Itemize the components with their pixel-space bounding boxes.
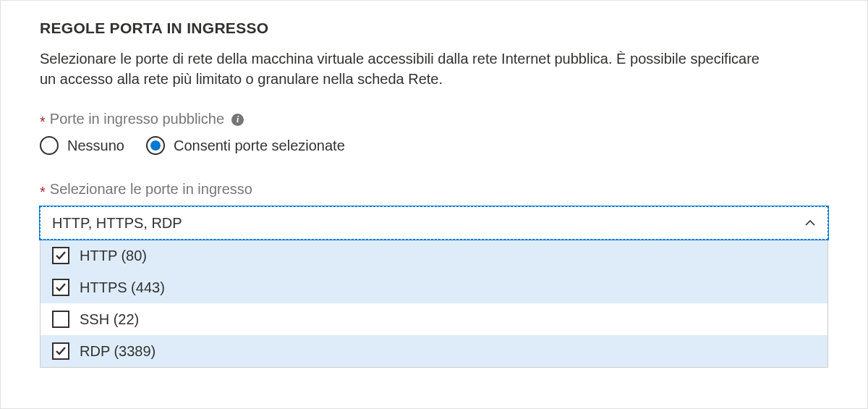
public-ports-radio-group: Nessuno Consenti porte selezionate [40, 136, 828, 155]
select-ports-label-row: * Selezionare le porte in ingresso [40, 181, 828, 198]
port-option-label: HTTPS (443) [80, 279, 165, 296]
radio-circle-allow-selected [146, 136, 165, 155]
select-ports-label: Selezionare le porte in ingresso [50, 181, 252, 198]
port-option-rdp[interactable]: RDP (3389) [41, 335, 827, 367]
port-option-https[interactable]: HTTPS (443) [41, 271, 827, 303]
select-ports-combobox[interactable]: HTTP, HTTPS, RDP [40, 206, 828, 240]
radio-option-allow-selected[interactable]: Consenti porte selezionate [146, 136, 345, 155]
public-ports-label: Porte in ingresso pubbliche [50, 111, 224, 127]
public-ports-label-row: * Porte in ingresso pubbliche i [40, 111, 828, 127]
required-asterisk: * [40, 114, 46, 129]
inbound-port-rules-panel: REGOLE PORTA IN INGRESSO Selezionare le … [0, 0, 868, 409]
checkbox-http [52, 247, 69, 264]
section-description: Selezionare le porte di rete della macch… [40, 49, 763, 89]
port-option-label: SSH (22) [80, 311, 139, 328]
required-asterisk: * [40, 185, 46, 199]
checkbox-ssh [52, 311, 69, 328]
check-icon [55, 282, 67, 293]
select-ports-value: HTTP, HTTPS, RDP [52, 215, 182, 232]
select-ports-listbox: HTTP (80) HTTPS (443) SSH (22) RDP (3389… [40, 240, 828, 368]
radio-label-none: Nessuno [67, 138, 124, 154]
radio-label-allow-selected: Consenti porte selezionate [174, 138, 345, 154]
port-option-ssh[interactable]: SSH (22) [41, 303, 827, 335]
check-icon [55, 250, 67, 261]
radio-option-none[interactable]: Nessuno [40, 136, 124, 155]
select-ports-dropdown: HTTP, HTTPS, RDP HTTP (80) HTTPS (443) [40, 206, 828, 368]
radio-circle-none [40, 136, 59, 155]
port-option-http[interactable]: HTTP (80) [41, 240, 827, 271]
port-option-label: RDP (3389) [80, 343, 156, 360]
section-title: REGOLE PORTA IN INGRESSO [40, 20, 828, 37]
port-option-label: HTTP (80) [80, 248, 147, 264]
chevron-up-icon [804, 217, 816, 229]
info-icon[interactable]: i [231, 114, 244, 126]
checkbox-https [52, 279, 69, 296]
check-icon [55, 345, 67, 357]
checkbox-rdp [52, 342, 69, 360]
